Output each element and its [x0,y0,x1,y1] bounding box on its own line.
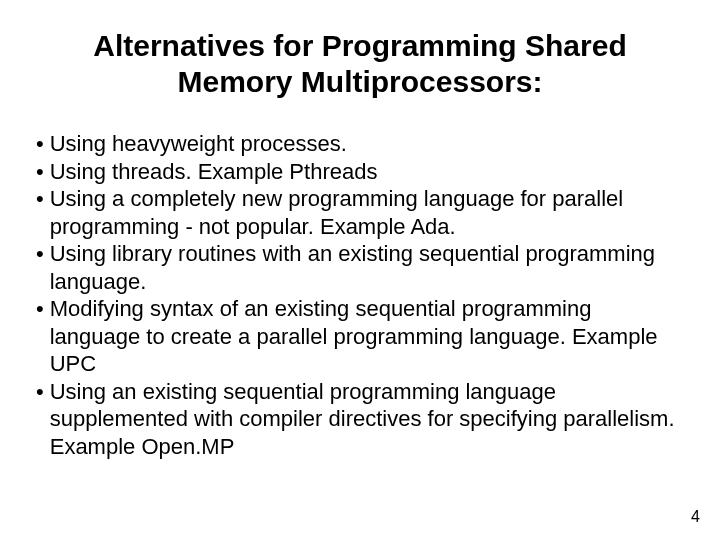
page-number: 4 [691,508,700,526]
bullet-text: Using an existing sequential programming… [50,378,684,461]
bullet-marker: • [36,158,44,186]
list-item: • Using an existing sequential programmi… [36,378,684,461]
list-item: • Modifying syntax of an existing sequen… [36,295,684,378]
title-line-2: Memory Multiprocessors: [177,65,542,98]
list-item: • Using a completely new programming lan… [36,185,684,240]
list-item: • Using heavyweight processes. [36,130,684,158]
bullet-marker: • [36,378,44,406]
bullet-marker: • [36,240,44,268]
bullet-marker: • [36,295,44,323]
bullet-marker: • [36,130,44,158]
bullet-list: • Using heavyweight processes. • Using t… [36,130,684,460]
bullet-text: Modifying syntax of an existing sequenti… [50,295,684,378]
list-item: • Using library routines with an existin… [36,240,684,295]
slide-title: Alternatives for Programming Shared Memo… [36,28,684,100]
bullet-text: Using threads. Example Pthreads [50,158,684,186]
bullet-text: Using a completely new programming langu… [50,185,684,240]
bullet-text: Using library routines with an existing … [50,240,684,295]
title-line-1: Alternatives for Programming Shared [93,29,626,62]
bullet-marker: • [36,185,44,213]
list-item: • Using threads. Example Pthreads [36,158,684,186]
bullet-text: Using heavyweight processes. [50,130,684,158]
slide: Alternatives for Programming Shared Memo… [0,0,720,540]
